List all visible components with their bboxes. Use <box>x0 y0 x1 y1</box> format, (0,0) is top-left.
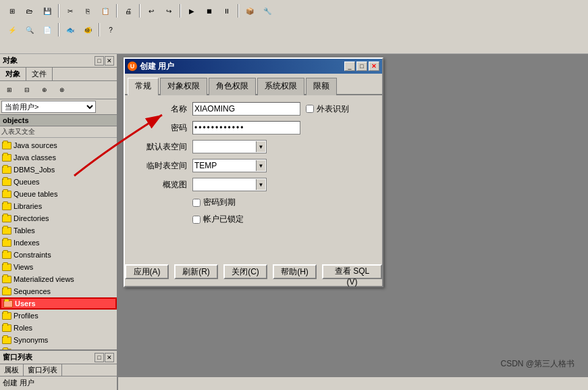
tree-item-java-classes[interactable]: Java classes <box>0 151 117 164</box>
current-user-select[interactable]: 当前用户> <box>1 101 96 113</box>
left-tool-1[interactable]: ⊞ <box>1 82 18 97</box>
tree-item-libraries[interactable]: Libraries <box>0 200 117 212</box>
tree-item-mat-views[interactable]: Materialized views <box>0 273 117 285</box>
account-locked-checkbox[interactable] <box>192 216 201 224</box>
help-btn[interactable]: ? <box>103 22 119 37</box>
dialog-maximize-btn[interactable]: □ <box>356 62 367 71</box>
toolbar-btn-3[interactable]: 💾 <box>39 3 55 18</box>
dialog-titlebar: U 创建 用户 _ □ ✕ <box>125 59 382 74</box>
tree-item-users[interactable]: Users <box>0 297 117 310</box>
temp-ts-select[interactable]: TEMP <box>192 159 267 172</box>
tree-item-views[interactable]: Views <box>0 261 117 273</box>
toolbar-btn-2[interactable]: 🗁 <box>22 3 38 18</box>
toolbar-btn-15[interactable]: ⚡ <box>4 22 20 37</box>
folder-icon-dbms-jobs <box>1 164 12 175</box>
tree-item-profiles[interactable]: Profiles <box>0 310 117 322</box>
toolbar-btn-14[interactable]: 🔧 <box>259 3 275 18</box>
view-sql-button[interactable]: 查看 SQL (V) <box>322 264 382 279</box>
toolbar-btn-5[interactable]: ⎘ <box>80 3 96 18</box>
folder-icon-sequences <box>1 286 12 297</box>
bottom-ctrl-close[interactable]: ✕ <box>105 353 114 362</box>
toolbar-btn-1[interactable]: ⊞ <box>4 3 20 18</box>
panel-ctrl-close[interactable]: ✕ <box>105 56 114 66</box>
left-panel-toolbar: ⊞ ⊟ ⊕ ⊗ <box>0 81 117 99</box>
toolbar-btn-19[interactable]: 🐠 <box>80 22 96 37</box>
left-tool-2[interactable]: ⊟ <box>19 82 35 97</box>
dialog-content: 名称 外表识别 密码 默认表空间 <box>125 95 382 237</box>
toolbar-btn-13[interactable]: 📦 <box>242 3 258 18</box>
toolbar-btn-7[interactable]: 🖨 <box>120 3 136 18</box>
dialog-tab-role-priv[interactable]: 角色权限 <box>209 78 256 95</box>
toolbar-btn-11[interactable]: ⏹ <box>201 3 217 18</box>
toolbar-btn-6[interactable]: 📋 <box>97 3 113 18</box>
form-row-password-expire: 密码到期 <box>192 197 374 208</box>
bottom-panel-controls: □ ✕ <box>95 353 114 362</box>
apply-button[interactable]: 应用(A) <box>125 264 169 279</box>
left-tool-4[interactable]: ⊗ <box>54 82 70 97</box>
toolbar-btn-10[interactable]: ▶ <box>184 3 200 18</box>
dialog-title-label: 创建 用户 <box>140 61 174 72</box>
tree-item-directories[interactable]: Directories <box>0 212 117 224</box>
schema-label: 概览图 <box>133 179 187 191</box>
bottom-tab-attr[interactable]: 属板 <box>0 364 24 376</box>
schema-select[interactable] <box>192 178 267 191</box>
tree-item-tables[interactable]: Tables <box>0 224 117 237</box>
folder-icon-profiles <box>1 310 12 321</box>
toolbar-btn-16[interactable]: 🔍 <box>22 22 38 37</box>
tree-label-mat-views: Materialized views <box>14 275 74 283</box>
dialog-minimize-btn[interactable]: _ <box>344 62 355 71</box>
tree-item-synonyms[interactable]: Synonyms <box>0 334 117 346</box>
toolbar-btn-12[interactable]: ⏸ <box>219 3 235 18</box>
default-ts-label: 默认表空间 <box>133 141 187 153</box>
tree-item-dbms-jobs[interactable]: DBMS_Jobs <box>0 164 117 176</box>
form-row-default-ts: 默认表空间 ▼ <box>133 140 374 153</box>
toolbar-btn-18[interactable]: 🐟 <box>62 22 78 37</box>
folder-icon-java-sources <box>1 140 12 151</box>
password-expire-text: 密码到期 <box>203 197 236 208</box>
toolbar-row-1: ⊞ 🗁 💾 ✂ ⎘ 📋 🖨 ↩ ↪ ▶ ⏹ ⏸ 📦 🔧 <box>1 1 587 20</box>
tree-item-constraints[interactable]: Constraints <box>0 249 117 261</box>
dialog-ctrl-btns: _ □ ✕ <box>344 62 379 71</box>
password-input[interactable] <box>192 121 300 135</box>
dialog-tab-quota[interactable]: 限额 <box>306 78 337 95</box>
tree-item-java-sources[interactable]: Java sources <box>0 139 117 151</box>
tree-item-roles[interactable]: Roles <box>0 322 117 334</box>
left-tool-3[interactable]: ⊕ <box>36 82 53 97</box>
folder-icon-synonyms <box>1 335 12 345</box>
dialog-tab-sys-priv[interactable]: 系统权限 <box>257 78 304 95</box>
dialog-title-icon: U <box>128 62 137 71</box>
password-expire-label: 密码到期 <box>192 197 236 208</box>
toolbar-btn-4[interactable]: ✂ <box>62 3 78 18</box>
tree-item-sequences[interactable]: Sequences <box>0 285 117 297</box>
bottom-ctrl-float[interactable]: □ <box>95 353 104 362</box>
external-auth-checkbox[interactable] <box>306 105 314 113</box>
help-button[interactable]: 帮助(H) <box>273 264 317 279</box>
panel-ctrl-float[interactable]: □ <box>95 56 104 66</box>
default-ts-select[interactable] <box>192 140 267 153</box>
tab-objects[interactable]: 对象 <box>0 68 26 80</box>
bottom-tab-window-list[interactable]: 窗口列表 <box>24 364 62 376</box>
name-input[interactable] <box>192 102 300 116</box>
dialog-tab-object-priv[interactable]: 对象权限 <box>160 78 207 95</box>
dialog-tab-general[interactable]: 常规 <box>128 78 159 95</box>
tree-item-queue-tables[interactable]: Queue tables <box>0 188 117 200</box>
dialog-close-btn[interactable]: ✕ <box>369 62 379 71</box>
folder-icon-java-classes <box>1 152 12 163</box>
toolbar-btn-8[interactable]: ↩ <box>143 3 159 18</box>
tree-item-queues[interactable]: Queues <box>0 176 117 188</box>
tab-files[interactable]: 文件 <box>26 68 53 80</box>
folder-icon-indexes <box>1 237 12 248</box>
close-dialog-button[interactable]: 关闭(C) <box>223 264 267 279</box>
refresh-button[interactable]: 刷新(R) <box>174 264 218 279</box>
bottom-panel-header: 窗口列表 □ ✕ <box>0 351 117 364</box>
password-label: 密码 <box>133 122 187 134</box>
tree-label-sequences: Sequences <box>14 287 51 295</box>
left-panel: 对象 □ ✕ 对象 文件 ⊞ ⊟ ⊕ ⊗ 当前用户> objects 入表又文全 <box>0 54 118 390</box>
toolbar-btn-17[interactable]: 📄 <box>39 22 55 37</box>
password-expire-checkbox[interactable] <box>192 199 201 207</box>
tree-item-indexes[interactable]: Indexes <box>0 237 117 249</box>
tree-label-profiles: Profiles <box>14 312 38 320</box>
tree-label-queues: Queues <box>14 178 40 186</box>
toolbar-btn-9[interactable]: ↪ <box>161 3 177 18</box>
toolbar-sep-1 <box>58 4 59 18</box>
